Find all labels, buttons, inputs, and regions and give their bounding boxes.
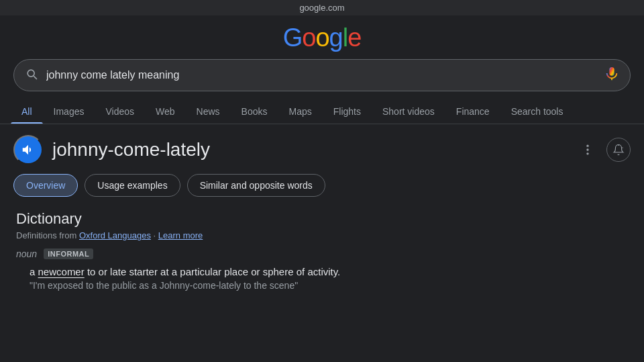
top-bar: google.com [0,0,644,15]
tab-flights[interactable]: Flights [323,99,372,124]
logo-g: G [283,24,303,52]
mic-icon[interactable] [604,66,619,84]
dictionary-title: Dictionary [16,210,628,228]
pill-overview[interactable]: Overview [13,174,78,197]
register-badge: INFORMAL [44,248,93,259]
search-bar-wrapper [0,59,644,99]
tab-short-videos[interactable]: Short videos [372,99,445,124]
content-area: johnny-come-lately Overview Usage exampl… [0,124,644,302]
search-input[interactable] [46,69,596,81]
tab-news[interactable]: News [186,99,231,124]
logo-e: e [347,24,361,52]
tab-videos[interactable]: Videos [95,99,145,124]
url-display: google.com [299,3,344,13]
svg-point-1 [586,148,588,150]
speaker-icon [21,142,36,157]
pos-label: noun [16,248,37,259]
tab-maps[interactable]: Maps [278,99,323,124]
definition-text: a newcomer to or late starter at a parti… [30,266,628,277]
tab-all[interactable]: All [11,99,43,124]
logo-g2: g [329,24,343,52]
definition-block: a newcomer to or late starter at a parti… [16,266,628,291]
logo-o1: o [302,24,315,52]
logo-o2: o [315,24,329,52]
bell-plus-icon [612,144,625,156]
svg-point-2 [586,152,588,154]
search-bar[interactable] [13,59,631,91]
word-header-right [576,138,631,162]
tab-books[interactable]: Books [231,99,278,124]
oxford-languages-link[interactable]: Oxford Languages [79,230,151,240]
definition-example: "I'm exposed to the public as a Johnny-c… [30,280,628,291]
tab-images[interactable]: Images [43,99,95,124]
more-vert-icon [581,143,594,156]
word-header: johnny-come-lately [13,135,631,165]
pos-row: noun INFORMAL [16,248,628,259]
tab-finance[interactable]: Finance [445,99,500,124]
speaker-button[interactable] [13,135,43,165]
pill-buttons: Overview Usage examples Similar and oppo… [13,174,631,197]
more-options-button[interactable] [576,138,600,162]
word-header-left: johnny-come-lately [13,135,210,165]
learn-more-link[interactable]: Learn more [158,230,203,240]
logo-area: Google [0,15,644,59]
tab-web[interactable]: Web [145,99,186,124]
tab-search-tools[interactable]: Search tools [500,99,574,124]
newcomer-link[interactable]: newcomer [38,266,85,277]
source-dot: · [154,230,158,240]
dictionary-source: Definitions from Oxford Languages · Lear… [16,230,628,240]
nav-tabs: All Images Videos Web News Books Maps Fl… [0,99,644,124]
word-title: johnny-come-lately [52,139,210,161]
pill-usage-examples[interactable]: Usage examples [85,174,180,197]
notifications-button[interactable] [606,138,631,162]
svg-point-0 [586,145,588,147]
source-text: Definitions from [16,230,76,240]
search-icon [25,67,38,84]
pill-similar-opposite[interactable]: Similar and opposite words [187,174,325,197]
google-logo: Google [283,24,362,52]
dictionary-section: Dictionary Definitions from Oxford Langu… [13,210,631,291]
